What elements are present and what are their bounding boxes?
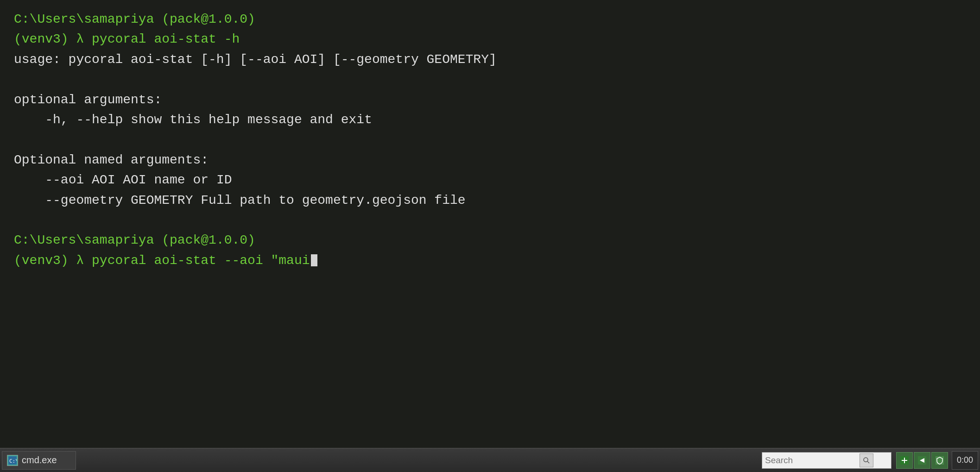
terminal-line-10: --geometry GEOMETRY Full path to geometr… — [14, 190, 966, 210]
cmd-icon: C:\ — [7, 455, 18, 466]
terminal-line-8: Optional named arguments: — [14, 150, 966, 170]
taskbar-app-label: cmd.exe — [22, 455, 57, 466]
taskbar-system-icons — [896, 452, 948, 469]
plus-icon — [900, 456, 909, 465]
taskbar-app-button[interactable]: C:\ cmd.exe — [2, 451, 76, 470]
terminal-line-blank-2 — [14, 130, 966, 150]
taskbar: C:\ cmd.exe — [0, 448, 980, 472]
terminal-line-9: --aoi AOI AOI name or ID — [14, 170, 966, 190]
search-icon-button[interactable] — [860, 453, 873, 467]
taskbar-icon-1[interactable] — [896, 452, 913, 469]
clock: 0:00 — [952, 451, 978, 470]
terminal-line-blank-1 — [14, 69, 966, 89]
shield-icon — [936, 456, 944, 465]
search-icon — [863, 457, 870, 464]
svg-text:C:\: C:\ — [9, 458, 17, 464]
search-input[interactable] — [765, 455, 858, 466]
terminal-line-6: -h, --help show this help message and ex… — [14, 110, 966, 130]
terminal-line-3: usage: pycoral aoi-stat [-h] [--aoi AOI]… — [14, 50, 966, 69]
terminal-line-12: C:\Users\samapriya (pack@1.0.0) — [14, 230, 966, 250]
terminal-line-blank-3 — [14, 210, 966, 230]
svg-point-2 — [864, 458, 868, 462]
taskbar-icon-2[interactable] — [914, 452, 930, 469]
terminal-line-13: (venv3) λ pycoral aoi-stat --aoi "maui — [14, 251, 966, 271]
taskbar-icon-3[interactable] — [931, 452, 948, 469]
terminal-line-2: (venv3) λ pycoral aoi-stat -h — [14, 29, 966, 49]
terminal-line-5: optional arguments: — [14, 90, 966, 110]
terminal-line-1: C:\Users\samapriya (pack@1.0.0) — [14, 9, 966, 29]
svg-line-3 — [867, 461, 869, 463]
terminal-cursor — [311, 254, 317, 266]
arrow-icon — [918, 456, 926, 465]
terminal-window: C:\Users\samapriya (pack@1.0.0) (venv3) … — [0, 0, 980, 448]
search-area — [762, 452, 891, 469]
